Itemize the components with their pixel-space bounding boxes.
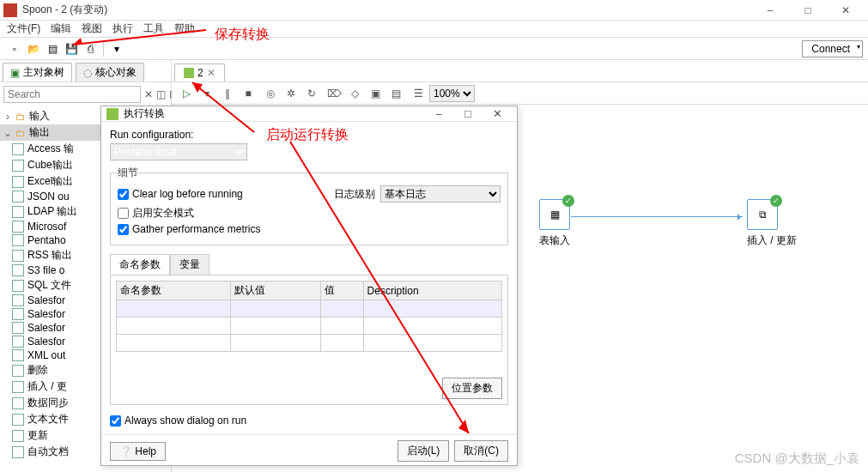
edge [571,216,743,217]
dialog-close-icon[interactable]: ✕ [483,107,512,120]
help-button[interactable]: ❔ Help [110,442,166,461]
save-icon[interactable]: 💾 [62,40,81,57]
cancel-button[interactable]: 取消(C) [454,440,508,462]
run-icon[interactable]: ▷ [177,85,196,102]
explore-icon[interactable]: ▤ [43,40,62,57]
always-show-label: Always show dialog on run [124,415,246,427]
run-button[interactable]: 启动(L) [398,440,450,462]
always-show-checkbox[interactable] [110,415,121,427]
details-legend: 细节 [118,166,138,180]
dialog-minimize-icon[interactable]: – [424,107,453,120]
tab-variables[interactable]: 变量 [170,254,209,275]
open-icon[interactable]: 📂 [24,40,43,57]
menubar: 文件(F) 编辑 视图 执行 工具 帮助 [0,21,868,38]
canvas-tab[interactable]: 2✕ [174,64,225,82]
minimize-button[interactable]: – [751,1,789,20]
titlebar: Spoon - 2 (有变动) – □ ✕ [0,0,868,21]
search-input[interactable] [3,86,141,103]
node-table-input[interactable]: ▦✓ 表输入 [539,199,570,248]
menu-view[interactable]: 视图 [82,21,102,36]
replay-icon[interactable]: ↻ [302,85,321,102]
run-config-label: Run configuration: [110,129,508,141]
expand-icon[interactable]: ◫ [156,88,166,101]
col-value[interactable]: 值 [321,281,363,300]
gather-metrics-label: Gather performance metrics [132,223,260,235]
stop-icon[interactable]: ■ [239,85,258,102]
menu-tools[interactable]: 工具 [143,21,164,36]
table-row[interactable] [117,335,502,352]
menu-action[interactable]: 执行 [112,21,133,36]
watermark: CSDN @大数据_小袁 [735,451,859,467]
analyze-icon[interactable]: ◇ [345,85,364,102]
clear-search-icon[interactable]: ✕ [144,88,153,101]
connect-button[interactable]: Connect [802,40,863,57]
param-tabs: 命名参数 变量 [110,254,508,275]
dropdown-icon[interactable]: ▾ [107,40,126,57]
dialog-footer: ❔ Help 启动(L) 取消(C) [101,434,517,467]
save-as-icon[interactable]: ⎙ [81,40,100,57]
gather-metrics-checkbox[interactable] [118,224,129,235]
zoom-select[interactable]: 100% [429,85,475,102]
dialog-body: Run configuration: Pentaho local 细节 Clea… [101,122,517,412]
table-input-icon: ▦ [550,209,560,221]
node-label: 表输入 [539,233,570,248]
position-params-button[interactable]: 位置参数 [442,378,502,399]
maximize-button[interactable]: □ [789,1,827,20]
run-menu-icon[interactable]: ▾ [197,85,216,102]
params-table: 命名参数 默认值 值 Description [116,281,502,352]
app-icon [3,3,17,17]
table-row[interactable] [117,318,502,335]
new-file-icon[interactable]: ▫ [5,40,24,57]
table-row[interactable] [117,300,502,318]
preview-icon[interactable]: ◎ [261,85,280,102]
dialog-titlebar[interactable]: 执行转换 – □ ✕ [101,106,517,122]
sql-icon[interactable]: ▣ [366,85,385,102]
pause-icon[interactable]: ‖ [218,85,237,102]
search-row: ✕ ◫ ⊟ [0,82,171,106]
tab-close-icon[interactable]: ✕ [207,67,215,79]
transformation-icon [184,68,194,78]
log-level-select[interactable]: 基本日志 [380,185,501,203]
dialog-title: 执行转换 [124,106,424,121]
canvas-toolbar: ▷ ▾ ‖ ■ ◎ ✲ ↻ ⌦ ◇ ▣ ▤ ☰ 100% [172,82,868,105]
window-title: Spoon - 2 (有变动) [22,3,751,17]
show-results-icon[interactable]: ☰ [409,85,428,102]
menu-file[interactable]: 文件(F) [7,21,40,36]
tab-core-objects[interactable]: ◌核心对象 [76,63,144,82]
side-tabs: ▣主对象树 ◌核心对象 [0,60,171,82]
col-default[interactable]: 默认值 [231,281,321,300]
success-check-icon: ✓ [562,195,574,207]
menu-edit[interactable]: 编辑 [51,21,71,36]
canvas-tabs: 2✕ [172,60,868,82]
tab-main-tree[interactable]: ▣主对象树 [3,63,72,82]
explore-db-icon[interactable]: ▤ [386,85,405,102]
verify-icon[interactable]: ⌦ [325,85,343,102]
run-dialog: 执行转换 – □ ✕ Run configuration: Pentaho lo… [100,106,518,466]
dialog-icon [106,108,118,120]
close-button[interactable]: ✕ [827,1,865,20]
clear-log-label: Clear log before running [132,188,243,200]
tab-named-params[interactable]: 命名参数 [110,254,170,275]
run-config-select[interactable]: Pentaho local [110,143,247,160]
debug-icon[interactable]: ✲ [282,85,300,102]
col-name[interactable]: 命名参数 [117,281,231,300]
details-fieldset: 细节 Clear log before running 日志级别 基本日志 启用… [110,166,508,245]
success-check-icon: ✓ [770,195,782,207]
node-insert-update[interactable]: ⧉✓ 插入 / 更新 [747,199,797,248]
node-label: 插入 / 更新 [747,233,797,248]
menu-help[interactable]: 帮助 [174,21,195,36]
safe-mode-label: 启用安全模式 [132,206,194,221]
log-level-label: 日志级别 [334,187,375,202]
safe-mode-checkbox[interactable] [118,208,129,219]
separator [103,41,104,57]
col-desc[interactable]: Description [363,281,501,300]
insert-update-icon: ⧉ [759,209,767,221]
clear-log-checkbox[interactable] [118,189,129,200]
dialog-maximize-icon[interactable]: □ [453,107,483,120]
main-toolbar: ▫ 📂 ▤ 💾 ⎙ ▾ Connect [0,38,868,60]
